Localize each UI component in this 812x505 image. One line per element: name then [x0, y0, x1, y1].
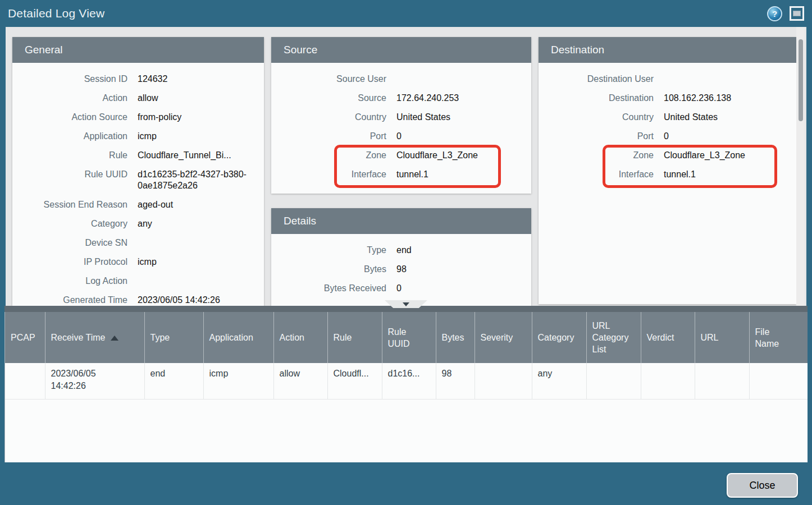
column-header-label: Rule UUID — [388, 327, 410, 348]
field-label: Log Action — [12, 276, 127, 287]
log-table-cell — [695, 363, 749, 399]
column-header-file-name[interactable]: File Name — [749, 312, 808, 363]
field-label: Interface — [539, 169, 654, 180]
field-label: Rule UUID — [12, 169, 127, 180]
field-row-interface: Interfacetunnel.1 — [539, 165, 788, 184]
column-header-label: File Name — [755, 326, 784, 350]
column-header-rule-uuid[interactable]: Rule UUID — [382, 312, 436, 363]
dialog-titlebar: Detailed Log View ? — [0, 0, 812, 27]
field-value: 108.162.236.138 — [664, 93, 788, 104]
column-header-label: Severity — [481, 333, 513, 342]
field-row-port: Port0 — [271, 127, 523, 146]
column-header-verdict[interactable]: Verdict — [641, 312, 695, 363]
field-value: any — [138, 218, 256, 229]
field-value: Cloudflare_L3_Zone — [664, 150, 788, 161]
log-table-row[interactable]: 2023/06/05 14:42:26endicmpallowCloudfl..… — [5, 363, 808, 399]
field-value: 172.64.240.253 — [396, 93, 523, 104]
sort-arrow-icon — [111, 336, 118, 341]
field-row-type: Typeend — [271, 241, 523, 260]
column-header-application[interactable]: Application — [203, 312, 273, 363]
column-header-category[interactable]: Category — [532, 312, 586, 363]
field-row-category: Categoryany — [12, 214, 256, 233]
collapse-handle[interactable] — [385, 300, 427, 308]
field-label: Action Source — [12, 112, 127, 123]
field-label: Session End Reason — [12, 199, 127, 210]
dialog-title: Detailed Log View — [8, 7, 104, 20]
field-value: tunnel.1 — [396, 169, 523, 180]
field-value: allow — [138, 93, 256, 104]
details-panel: Details TypeendBytes98Bytes Received0 — [271, 208, 531, 306]
field-label: Category — [12, 218, 127, 229]
field-value: 124632 — [138, 74, 256, 85]
field-label: Bytes — [271, 264, 386, 275]
field-label: Destination — [539, 93, 654, 104]
field-row-session-end-reason: Session End Reasonaged-out — [12, 195, 256, 214]
column-header-type[interactable]: Type — [144, 312, 203, 363]
field-row-device-sn: Device SN — [12, 233, 256, 252]
destination-panel-body: Destination UserDestination108.162.236.1… — [539, 63, 796, 304]
field-label: Bytes Received — [271, 283, 386, 294]
field-row-zone: ZoneCloudflare_L3_Zone — [271, 146, 523, 165]
column-header-severity[interactable]: Severity — [475, 312, 532, 363]
field-label: Generated Time — [12, 295, 127, 306]
vertical-scrollbar[interactable] — [796, 27, 805, 306]
column-header-label: Action — [280, 333, 304, 342]
field-value: icmp — [138, 256, 256, 268]
general-panel-body: Session ID124632ActionallowAction Source… — [12, 63, 264, 306]
log-table-cell — [749, 363, 808, 399]
field-value: United States — [664, 112, 788, 123]
panel-table-splitter[interactable] — [4, 306, 808, 312]
field-value: 98 — [396, 264, 523, 275]
log-table-cell: 98 — [436, 363, 475, 399]
column-header-label: PCAP — [11, 333, 35, 342]
field-row-source-user: Source User — [271, 70, 523, 89]
field-row-bytes-received: Bytes Received0 — [271, 279, 523, 298]
field-row-ip-protocol: IP Protocolicmp — [12, 252, 256, 272]
field-row-action-source: Action Sourcefrom-policy — [12, 108, 256, 127]
column-header-url-category-list[interactable]: URL Category List — [586, 312, 641, 363]
column-header-receive-time[interactable]: Receive Time — [45, 312, 144, 363]
field-row-session-id: Session ID124632 — [12, 70, 256, 89]
help-icon-glyph: ? — [772, 9, 777, 19]
field-label: Device SN — [12, 237, 127, 249]
log-table-cell — [641, 363, 695, 399]
field-value: icmp — [138, 131, 256, 142]
maximize-icon[interactable] — [790, 6, 804, 21]
column-header-label: Application — [209, 333, 253, 342]
field-row-bytes: Bytes98 — [271, 260, 523, 279]
field-value: 2023/06/05 14:42:26 — [138, 295, 256, 306]
field-value: tunnel.1 — [664, 169, 788, 180]
destination-panel-header: Destination — [539, 37, 796, 63]
log-table-section: PCAPReceive TimeTypeApplicationActionRul… — [4, 312, 808, 462]
column-header-pcap[interactable]: PCAP — [5, 312, 45, 363]
log-table: PCAPReceive TimeTypeApplicationActionRul… — [5, 312, 808, 400]
field-label: Destination User — [539, 74, 654, 85]
dialog-footer: Close — [0, 462, 812, 505]
field-row-source: Source172.64.240.253 — [271, 89, 523, 108]
maximize-icon-inner — [793, 11, 801, 16]
field-row-zone: ZoneCloudflare_L3_Zone — [539, 146, 788, 165]
field-value: end — [396, 245, 523, 256]
details-panel-header: Details — [271, 208, 531, 234]
column-header-url[interactable]: URL — [695, 312, 749, 363]
field-label: Action — [12, 93, 127, 104]
field-value: United States — [396, 112, 523, 123]
field-label: Zone — [271, 150, 386, 161]
column-header-action[interactable]: Action — [273, 312, 327, 363]
log-table-cell: end — [144, 363, 203, 399]
field-value: from-policy — [138, 112, 256, 123]
scrollbar-thumb[interactable] — [799, 39, 803, 121]
column-header-rule[interactable]: Rule — [327, 312, 382, 363]
field-label: Source User — [271, 74, 386, 85]
column-header-label: URL Category List — [592, 321, 629, 354]
general-panel-header: General — [12, 37, 264, 63]
source-panel-header: Source — [271, 37, 531, 63]
field-label: Zone — [539, 150, 654, 161]
field-row-destination-user: Destination User — [539, 70, 788, 89]
general-panel: General Session ID124632ActionallowActio… — [12, 37, 264, 306]
column-header-bytes[interactable]: Bytes — [436, 312, 475, 363]
field-label: Session ID — [12, 74, 127, 85]
close-button[interactable]: Close — [727, 473, 798, 498]
log-table-cell: allow — [273, 363, 327, 399]
help-icon[interactable]: ? — [767, 6, 782, 21]
